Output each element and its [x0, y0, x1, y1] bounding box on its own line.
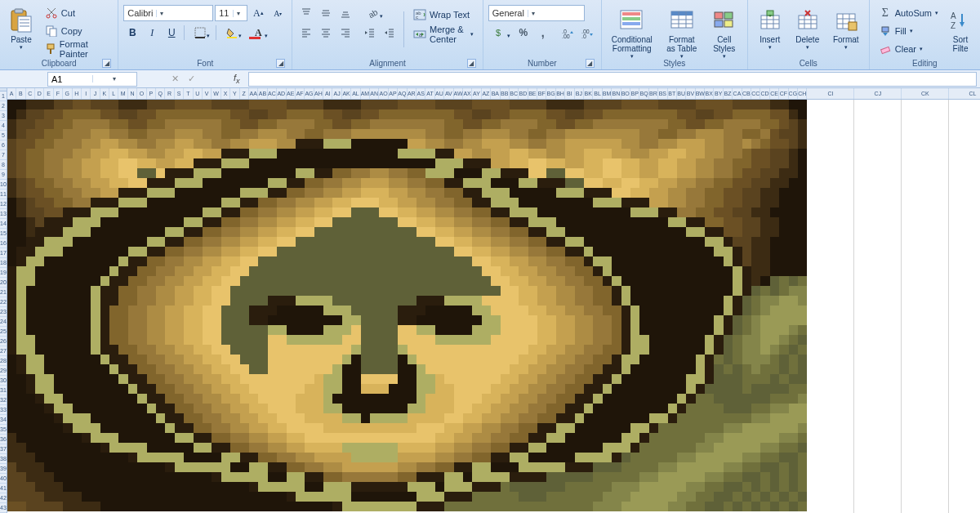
format-painter-button[interactable]: Format Painter	[41, 41, 113, 57]
percent-button[interactable]: %	[514, 25, 532, 41]
column-header[interactable]: BE	[528, 88, 537, 99]
column-header[interactable]: AM	[361, 88, 370, 99]
row-header[interactable]: 30	[0, 376, 7, 386]
column-header[interactable]: BL	[593, 88, 602, 99]
align-center-button[interactable]	[317, 25, 335, 41]
column-header[interactable]: L	[109, 88, 118, 99]
align-left-button[interactable]	[297, 25, 315, 41]
column-header[interactable]: P	[147, 88, 156, 99]
italic-button[interactable]: I	[143, 25, 161, 41]
column-header[interactable]: AE	[287, 88, 296, 99]
row-header[interactable]: 14	[0, 219, 7, 229]
column-header[interactable]: BR	[649, 88, 658, 99]
column-header[interactable]: T	[184, 88, 193, 99]
pixel-art-cells[interactable]	[7, 100, 808, 513]
column-header[interactable]: X	[221, 88, 230, 99]
row-header[interactable]: 27	[0, 346, 7, 356]
row-header[interactable]: 37	[0, 444, 7, 454]
column-header[interactable]: CA	[733, 88, 742, 99]
column-header[interactable]: Q	[156, 88, 165, 99]
chevron-down-icon[interactable]: ▾	[528, 10, 538, 17]
column-header[interactable]: H	[73, 88, 82, 99]
column-header[interactable]: BT	[668, 88, 677, 99]
row-header[interactable]: 1	[0, 91, 7, 101]
row-header[interactable]: 21	[0, 288, 7, 297]
column-header[interactable]: CD	[760, 88, 769, 99]
column-header[interactable]: Y	[230, 88, 239, 99]
merge-center-button[interactable]: a Merge & Center ▾	[409, 26, 478, 42]
align-bottom-button[interactable]	[336, 5, 354, 21]
row-header[interactable]: 13	[0, 209, 7, 219]
column-header[interactable]: AL	[351, 88, 360, 99]
clear-button[interactable]: Clear ▾	[875, 41, 942, 57]
column-header[interactable]: F	[54, 88, 63, 99]
column-header[interactable]: AT	[425, 88, 434, 99]
format-cells-button[interactable]: Format ▾	[828, 5, 864, 56]
row-header[interactable]: 12	[0, 199, 7, 209]
row-header[interactable]: 31	[0, 386, 7, 395]
column-header[interactable]: AQ	[398, 88, 407, 99]
column-header[interactable]: C	[26, 88, 35, 99]
row-header[interactable]: 11	[0, 190, 7, 199]
dialog-launcher-icon[interactable]: ◢	[586, 59, 595, 68]
row-header[interactable]: 29	[0, 366, 7, 376]
row-header[interactable]: 5	[0, 131, 7, 141]
dialog-launcher-icon[interactable]: ◢	[467, 59, 476, 68]
column-header[interactable]: BM	[603, 88, 612, 99]
row-header[interactable]: 9	[0, 170, 7, 180]
column-header[interactable]: A	[7, 88, 16, 99]
shrink-font-button[interactable]: A▾	[269, 5, 287, 21]
underline-button[interactable]: U	[163, 25, 180, 41]
column-header[interactable]: CE	[770, 88, 779, 99]
row-header[interactable]: 15	[0, 229, 7, 239]
column-header[interactable]: CK	[902, 88, 949, 99]
column-header[interactable]: S	[175, 88, 184, 99]
font-name-combo[interactable]: Calibri▾	[123, 5, 213, 21]
comma-button[interactable]: ,	[534, 25, 552, 41]
column-header[interactable]: BJ	[575, 88, 584, 99]
cancel-formula-icon[interactable]: ✕	[168, 73, 181, 86]
column-header[interactable]: BK	[584, 88, 593, 99]
column-header[interactable]: AA	[249, 88, 258, 99]
column-header[interactable]: AZ	[482, 88, 491, 99]
column-header[interactable]: CI	[807, 88, 854, 99]
column-header[interactable]: CG	[789, 88, 798, 99]
decrease-indent-button[interactable]	[361, 25, 379, 41]
delete-cells-button[interactable]: Delete ▾	[791, 5, 825, 56]
column-header[interactable]: BY	[714, 88, 723, 99]
column-header[interactable]: BQ	[639, 88, 648, 99]
column-header[interactable]: BC	[510, 88, 519, 99]
column-header[interactable]: B	[16, 88, 25, 99]
formula-input[interactable]	[248, 72, 977, 87]
conditional-formatting-button[interactable]: Conditional Formatting ▾	[607, 5, 657, 56]
fill-button[interactable]: Fill ▾	[875, 23, 942, 39]
insert-cells-button[interactable]: Insert ▾	[753, 5, 787, 56]
column-header[interactable]: AJ	[332, 88, 341, 99]
column-header[interactable]: BP	[630, 88, 639, 99]
column-header[interactable]: AV	[444, 88, 453, 99]
row-header[interactable]: 10	[0, 180, 7, 190]
autosum-button[interactable]: Σ AutoSum ▾	[875, 5, 942, 21]
column-header[interactable]: AF	[296, 88, 305, 99]
row-header[interactable]: 39	[0, 464, 7, 474]
chevron-down-icon[interactable]: ▾	[233, 10, 243, 17]
column-header[interactable]: AS	[416, 88, 425, 99]
column-header[interactable]: I	[82, 88, 91, 99]
bold-button[interactable]: B	[123, 25, 141, 41]
dialog-launcher-icon[interactable]: ◢	[102, 59, 111, 68]
row-header[interactable]: 17	[0, 248, 7, 258]
name-box[interactable]: A1 ▾	[47, 72, 137, 87]
column-header[interactable]: CL	[949, 88, 980, 99]
chevron-down-icon[interactable]: ▾	[156, 10, 167, 17]
column-header[interactable]: AG	[305, 88, 314, 99]
row-header[interactable]: 33	[0, 405, 7, 415]
column-header[interactable]: AD	[277, 88, 286, 99]
column-header[interactable]: BB	[501, 88, 510, 99]
column-header[interactable]: W	[212, 88, 220, 99]
enter-formula-icon[interactable]: ✓	[185, 73, 198, 86]
column-header[interactable]: BA	[491, 88, 500, 99]
column-header[interactable]: BV	[686, 88, 695, 99]
orientation-button[interactable]: ab	[361, 5, 385, 21]
column-header[interactable]: D	[35, 88, 44, 99]
column-header[interactable]: E	[44, 88, 53, 99]
